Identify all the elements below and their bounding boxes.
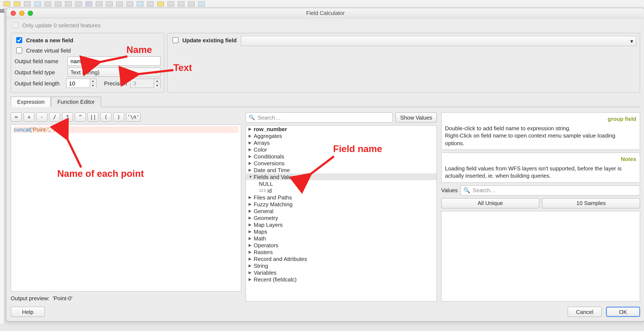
chevron-right-icon: ▶ [248,161,252,165]
update-existing-label: Update existing field [182,37,236,43]
tree-label: NULL [259,180,273,187]
chevron-right-icon: ▶ [248,209,252,213]
output-field-type-value: Text (string) [70,69,100,76]
chevron-down-icon: ▼ [248,175,252,179]
tree-group[interactable]: ▶Maps [246,228,436,235]
create-new-label: Create a new field [26,37,73,43]
values-search-input[interactable]: 🔍 Search… [460,185,640,196]
tab-expression[interactable]: Expression [11,96,51,107]
operator-button[interactable]: = [11,112,22,122]
output-field-name-input[interactable] [68,56,160,66]
type-integer-icon: 123 [259,188,266,192]
tree-label: Fields and Values [254,174,298,180]
tree-label: Aggregates [254,132,282,139]
tab-function-editor[interactable]: Function Editor [51,96,101,107]
tree-field-id[interactable]: 123id [246,187,436,194]
help-button[interactable]: Help [11,307,45,317]
chevron-right-icon: ▶ [248,134,252,138]
chevron-right-icon: ▶ [248,257,252,261]
update-existing-field-checkbox[interactable]: Update existing field [171,36,236,44]
tree-group[interactable]: ▶Variables [246,269,436,276]
create-virtual-label: Create virtual field [26,47,71,54]
tree-label: Fuzzy Matching [254,201,292,207]
output-field-type-label: Output field type [14,69,64,76]
help-title-notes: Notes [445,156,636,163]
tree-row-number[interactable]: ▶row_number [246,126,436,132]
help-line2: Right-Click on field name to open contex… [445,132,636,147]
tree-field-null[interactable]: NULL [246,180,436,187]
tree-group[interactable]: ▶Geometry [246,214,436,221]
operator-button[interactable]: || [88,112,99,122]
update-field-combo[interactable]: ▾ [241,36,636,46]
tree-group-fields-values[interactable]: ▼Fields and Values [246,174,436,180]
tree-group[interactable]: ▶Files and Paths [246,194,436,201]
tree-label: Recent (fieldcalc) [254,276,296,282]
values-list[interactable] [441,211,640,302]
operator-button[interactable]: / [49,112,60,122]
operator-button[interactable]: ^ [75,112,86,122]
expression-editor[interactable]: concat('Point-', "id" ) [11,124,241,292]
tree-group[interactable]: ▶Conditionals [246,153,436,160]
chevron-right-icon: ▶ [248,250,252,254]
operator-button[interactable]: ( [100,112,112,122]
chevron-right-icon: ▶ [248,243,252,247]
only-update-label: Only update 0 selected features [22,22,100,28]
side-panel-stub: oir [0,8,5,324]
window-title: Field Calculator [6,10,644,16]
field-calculator-dialog: Field Calculator Only update 0 selected … [6,8,644,322]
tree-label: Maps [254,228,267,235]
chevron-right-icon: ▶ [248,270,252,274]
output-field-length-spinner[interactable]: ▴▾ [66,78,96,88]
operator-button[interactable]: * [62,112,73,122]
chevron-right-icon: ▶ [248,264,252,268]
tree-label: String [254,262,268,269]
output-field-type-combo[interactable]: Text (string) ▾ [68,68,160,77]
operator-button[interactable]: + [24,112,34,122]
tree-label: Conversions [254,160,285,166]
operator-button[interactable]: '\n' [126,112,140,122]
create-virtual-field-checkbox[interactable]: Create virtual field [14,46,160,55]
tree-group[interactable]: ▶Rasters [246,248,436,256]
tree-group[interactable]: ▶Operators [246,242,436,248]
tree-group[interactable]: ▶General [246,208,436,214]
show-values-button[interactable]: Show Values [396,112,437,122]
all-unique-button[interactable]: All Unique [441,198,539,208]
tree-group[interactable]: ▶Aggregates [246,132,436,139]
ok-button[interactable]: OK [606,307,640,317]
operator-button[interactable]: - [36,112,48,122]
spin-up-icon[interactable]: ▴ [90,79,96,84]
tree-label: row_number [254,126,287,132]
tree-group[interactable]: ▶Math [246,235,436,242]
search-placeholder: Search… [258,114,280,121]
tree-label: Geometry [254,214,278,221]
output-preview-label: Output preview: [11,295,50,302]
help-notes-body: Loading field values from WFS layers isn… [445,165,636,180]
ten-samples-button[interactable]: 10 Samples [542,198,640,208]
tree-label: Files and Paths [254,194,292,200]
create-new-field-checkbox[interactable]: Create a new field [14,36,160,44]
tree-group[interactable]: ▶Conversions [246,160,436,166]
tree-group[interactable]: ▶Record and Attributes [246,256,436,262]
tree-group[interactable]: ▶Map Layers [246,221,436,228]
tree-group[interactable]: ▶Color [246,146,436,153]
cancel-button[interactable]: Cancel [568,307,602,317]
tree-label: Operators [254,242,278,248]
chevron-right-icon: ▶ [248,140,252,145]
output-preview-value: 'Point-0' [53,295,72,302]
function-search-input[interactable]: 🔍 Search… [246,112,393,122]
operator-button[interactable]: ) [113,112,124,122]
function-tree[interactable]: ▶row_number▶Aggregates▶Arrays▶Color▶Cond… [246,125,437,302]
tree-group[interactable]: ▶Date and Time [246,166,436,174]
tree-group[interactable]: ▶String [246,262,436,269]
search-icon: 🔍 [463,187,470,194]
help-title-group-field: group field [445,115,636,123]
chevron-right-icon: ▶ [248,277,252,282]
tree-group[interactable]: ▶Fuzzy Matching [246,201,436,208]
tree-group[interactable]: ▶Arrays [246,139,436,146]
chevron-right-icon: ▶ [248,154,252,158]
tree-group[interactable]: ▶Recent (fieldcalc) [246,276,436,283]
spin-down-icon[interactable]: ▾ [90,84,96,88]
chevron-down-icon: ▾ [630,38,633,44]
tree-label: Color [254,146,267,153]
help-line1: Double-click to add field name to expres… [445,124,636,132]
